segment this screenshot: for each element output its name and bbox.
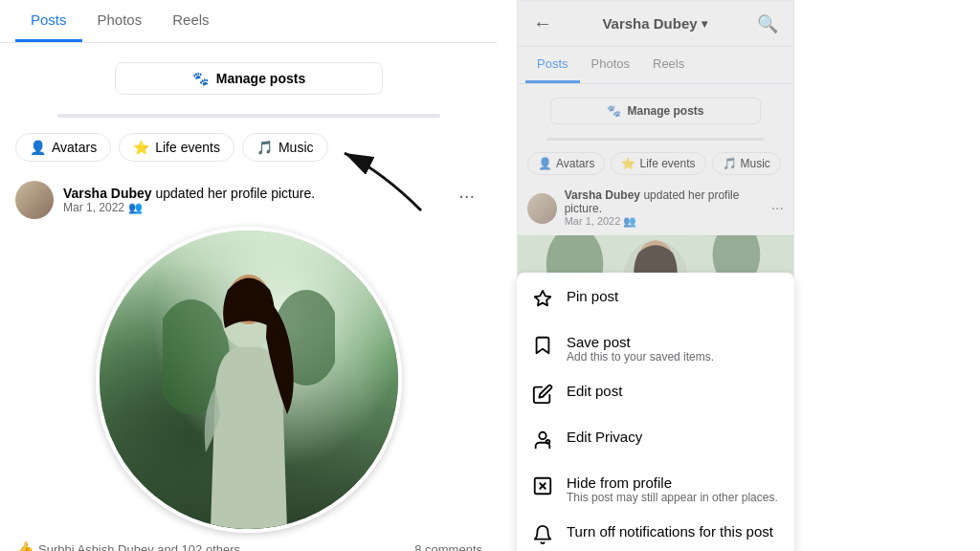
mobile-post-header-left: Varsha Dubey updated her profile picture… bbox=[527, 188, 771, 228]
mobile-manage-label: Manage posts bbox=[627, 104, 703, 118]
hide-from-profile-item[interactable]: Hide from profile This post may still ap… bbox=[517, 465, 794, 514]
search-icon[interactable]: 🔍 bbox=[757, 13, 778, 34]
notification-bell-icon bbox=[532, 524, 555, 550]
mobile-post-meta: Varsha Dubey updated her profile picture… bbox=[565, 188, 771, 228]
save-icon bbox=[532, 335, 555, 361]
save-post-text-block: Save post Add this to your saved items. bbox=[567, 334, 714, 364]
post-date: Mar 1, 2022 👥 bbox=[63, 201, 315, 214]
hide-from-profile-sublabel: This post may still appear in other plac… bbox=[567, 491, 778, 504]
post-header-left: Varsha Dubey updated her profile picture… bbox=[15, 181, 315, 219]
mobile-filter-avatars[interactable]: 👤 Avatars bbox=[527, 152, 605, 175]
manage-posts-icon: 🐾 bbox=[192, 71, 209, 86]
comments-count: 8 comments bbox=[414, 542, 482, 551]
post-image-container bbox=[15, 227, 482, 533]
dropdown-menu: Pin post Save post Add this to your save… bbox=[517, 273, 794, 551]
pin-icon bbox=[532, 289, 555, 315]
pin-post-text-block: Pin post bbox=[567, 288, 618, 304]
mobile-post-header: Varsha Dubey updated her profile picture… bbox=[518, 181, 793, 235]
avatars-icon: 👤 bbox=[30, 140, 46, 155]
edit-privacy-text-block: Edit Privacy bbox=[567, 429, 642, 445]
music-icon: 🎵 bbox=[256, 140, 273, 155]
pin-post-label: Pin post bbox=[567, 288, 618, 304]
edit-post-item[interactable]: Edit post bbox=[517, 373, 794, 419]
life-events-icon: ⭐ bbox=[133, 140, 149, 155]
edit-privacy-item[interactable]: Edit Privacy bbox=[517, 419, 794, 465]
post-options-button[interactable]: ··· bbox=[451, 181, 482, 210]
mobile-filter-music[interactable]: 🎵 Music bbox=[712, 152, 781, 175]
hide-icon bbox=[532, 475, 555, 501]
save-post-sublabel: Add this to your saved items. bbox=[567, 350, 714, 364]
mobile-post-options-button[interactable]: ··· bbox=[771, 200, 784, 217]
mobile-manage-posts-button[interactable]: 🐾 Manage posts bbox=[550, 98, 761, 124]
left-filter-buttons: 👤 Avatars ⭐ Life events 🎵 Music bbox=[0, 125, 498, 169]
edit-post-text-block: Edit post bbox=[567, 383, 622, 399]
left-panel: Posts Photos Reels 🐾 Manage posts 👤 Avat… bbox=[0, 0, 498, 551]
mobile-post-author: Varsha Dubey bbox=[565, 188, 640, 202]
reactions-bar: 👍 Surbhi Ashish Dubey and 102 others 8 c… bbox=[0, 533, 498, 551]
mobile-tab-photos[interactable]: Photos bbox=[580, 47, 641, 83]
mobile-tabs: Posts Photos Reels bbox=[518, 47, 793, 84]
post-meta: Varsha Dubey updated her profile picture… bbox=[63, 186, 315, 214]
mobile-header: ← Varsha Dubey ▾ 🔍 bbox=[518, 1, 793, 47]
save-post-label: Save post bbox=[567, 334, 714, 350]
mobile-page-title: Varsha Dubey bbox=[602, 15, 697, 32]
turn-off-notifications-item[interactable]: Turn off notifications for this post bbox=[517, 514, 794, 551]
left-tabs-bar: Posts Photos Reels bbox=[0, 0, 498, 43]
edit-privacy-label: Edit Privacy bbox=[567, 429, 642, 445]
left-tab-reels[interactable]: Reels bbox=[157, 0, 224, 42]
hide-from-profile-label: Hide from profile bbox=[567, 474, 778, 491]
reactions-count: Surbhi Ashish Dubey and 102 others bbox=[38, 542, 240, 551]
turn-off-notifications-text-block: Turn off notifications for this post bbox=[567, 523, 773, 540]
post-card: Varsha Dubey updated her profile picture… bbox=[0, 169, 498, 533]
post-header: Varsha Dubey updated her profile picture… bbox=[15, 181, 482, 219]
avatar bbox=[15, 181, 54, 219]
mobile-avatars-icon: 👤 bbox=[538, 157, 552, 170]
mobile-filter-life-events[interactable]: ⭐ Life events bbox=[611, 152, 705, 175]
svg-point-11 bbox=[546, 440, 550, 444]
privacy-icon bbox=[532, 430, 555, 455]
mobile-music-icon: 🎵 bbox=[723, 157, 737, 170]
mobile-scroll-indicator bbox=[546, 138, 765, 141]
filter-music[interactable]: 🎵 Music bbox=[242, 133, 328, 162]
edit-icon bbox=[532, 384, 555, 409]
mobile-header-title: Varsha Dubey ▾ bbox=[602, 15, 706, 32]
mobile-tab-posts[interactable]: Posts bbox=[525, 47, 580, 83]
globe-icon: 👥 bbox=[128, 201, 143, 214]
filter-avatars[interactable]: 👤 Avatars bbox=[15, 133, 111, 162]
post-author: Varsha Dubey bbox=[63, 186, 152, 201]
mobile-post-date: Mar 1, 2022 👥 bbox=[565, 215, 771, 228]
mobile-manage-icon: 🐾 bbox=[607, 104, 621, 118]
scroll-indicator bbox=[57, 114, 440, 118]
svg-point-10 bbox=[539, 432, 546, 439]
edit-post-label: Edit post bbox=[567, 383, 622, 399]
manage-posts-label: Manage posts bbox=[216, 71, 305, 86]
post-action: updated her profile picture. bbox=[156, 186, 316, 201]
dropdown-arrow-icon: ▾ bbox=[702, 17, 707, 31]
profile-photo-inner bbox=[100, 231, 398, 529]
turn-off-notifications-label: Turn off notifications for this post bbox=[567, 523, 773, 540]
mobile-globe-icon: 👥 bbox=[623, 215, 636, 227]
person-silhouette bbox=[163, 261, 335, 529]
mobile-tab-reels[interactable]: Reels bbox=[641, 47, 696, 83]
manage-posts-button[interactable]: 🐾 Manage posts bbox=[115, 62, 383, 95]
profile-photo bbox=[96, 227, 402, 533]
mobile-life-events-icon: ⭐ bbox=[621, 157, 635, 170]
like-reaction-icon: 👍 bbox=[15, 540, 34, 551]
filter-life-events[interactable]: ⭐ Life events bbox=[119, 133, 234, 162]
save-post-item[interactable]: Save post Add this to your saved items. bbox=[517, 324, 794, 373]
mobile-avatar bbox=[527, 193, 557, 224]
pin-post-item[interactable]: Pin post bbox=[517, 278, 794, 324]
reaction-icons: 👍 Surbhi Ashish Dubey and 102 others bbox=[15, 540, 240, 551]
mobile-filter-buttons: 👤 Avatars ⭐ Life events 🎵 Music bbox=[518, 146, 793, 181]
right-panel: ← Varsha Dubey ▾ 🔍 Posts Photos Reels 🐾 … bbox=[498, 0, 980, 551]
left-tab-posts[interactable]: Posts bbox=[15, 0, 82, 42]
left-tab-photos[interactable]: Photos bbox=[82, 0, 158, 42]
hide-from-profile-text-block: Hide from profile This post may still ap… bbox=[567, 474, 778, 504]
back-icon[interactable]: ← bbox=[533, 12, 552, 34]
